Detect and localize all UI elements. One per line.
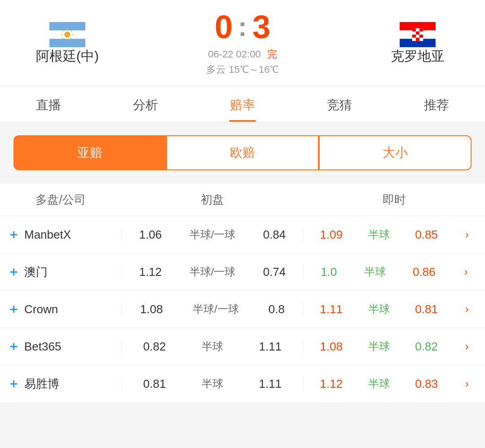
tab-predict[interactable]: 竞猜 — [291, 87, 388, 122]
initial-cell-4: 0.81 半球 1.11 — [121, 377, 303, 391]
live-left-0: 1.09 — [320, 228, 343, 242]
svg-rect-16 — [416, 28, 419, 31]
live-left-4: 1.12 — [320, 377, 343, 391]
subtab-euro[interactable]: 欧赔 — [166, 135, 319, 170]
live-left-2: 1.11 — [320, 302, 343, 316]
svg-rect-18 — [412, 31, 416, 35]
live-right-0: 0.85 — [415, 228, 438, 242]
subtab-asia[interactable]: 亚赔 — [13, 135, 166, 170]
live-left-1: 1.0 — [321, 265, 337, 279]
company-cell-4: ＋ 易胜博 — [0, 375, 121, 392]
company-cell-2: ＋ Crown — [0, 301, 121, 318]
init-right-1: 0.74 — [263, 265, 286, 279]
live-mid-0: 半球 — [368, 227, 390, 242]
svg-rect-15 — [412, 28, 416, 31]
arrow-icon-2[interactable]: › — [465, 303, 469, 315]
expand-icon-4[interactable]: ＋ — [7, 375, 20, 392]
live-right-3: 0.82 — [415, 340, 438, 354]
svg-rect-17 — [419, 28, 423, 31]
match-status: 完 — [267, 49, 277, 60]
croatia-flag — [400, 22, 436, 47]
initial-cell-2: 1.08 半球/一球 0.8 — [121, 302, 303, 316]
arrow-icon-3[interactable]: › — [465, 340, 469, 353]
odds-row-3[interactable]: ＋ Bet365 0.82 半球 1.11 1.08 半球 0.82 › — [0, 328, 485, 365]
company-cell-0: ＋ ManbetX — [0, 226, 121, 243]
company-cell-1: ＋ 澳门 — [0, 263, 121, 280]
init-left-2: 1.08 — [140, 302, 163, 316]
init-left-3: 0.82 — [143, 340, 166, 354]
match-header: 阿根廷(中) 0 : 3 06-22 02:00 完 多云 15℃～16℃ — [0, 0, 485, 86]
initial-cell-1: 1.12 半球/一球 0.74 — [121, 265, 303, 279]
arrow-icon-4[interactable]: › — [465, 377, 469, 390]
live-cell-0: 1.09 半球 0.85 › — [303, 227, 485, 242]
table-header: 多盘/公司 初盘 即时 — [0, 184, 485, 216]
expand-icon-2[interactable]: ＋ — [7, 301, 20, 318]
init-mid-2: 半球/一球 — [193, 302, 239, 316]
live-mid-2: 半球 — [368, 302, 390, 316]
odds-table: ＋ ManbetX 1.06 半球/一球 0.84 1.09 半球 0.85 ›… — [0, 216, 485, 402]
init-right-0: 0.84 — [263, 228, 286, 242]
score-left: 0 — [215, 11, 233, 43]
svg-rect-21 — [412, 35, 416, 38]
init-left-4: 0.81 — [143, 377, 166, 391]
expand-icon-0[interactable]: ＋ — [7, 226, 20, 243]
initial-cell-3: 0.82 半球 1.11 — [121, 339, 303, 354]
divider-2 — [0, 179, 485, 183]
tab-navigation: 直播 分析 赔率 竞猜 推荐 — [0, 87, 485, 123]
header-live: 即时 — [303, 192, 485, 208]
live-cell-4: 1.12 半球 0.83 › — [303, 377, 485, 391]
odds-row-1[interactable]: ＋ 澳门 1.12 半球/一球 0.74 1.0 半球 0.86 › — [0, 253, 485, 291]
arrow-icon-0[interactable]: › — [465, 228, 469, 241]
score-center: 0 : 3 06-22 02:00 完 多云 15℃～16℃ — [126, 11, 359, 76]
live-right-1: 0.86 — [413, 265, 436, 279]
company-cell-3: ＋ Bet365 — [0, 338, 121, 355]
initial-cell-0: 1.06 半球/一球 0.84 — [121, 227, 303, 242]
svg-rect-23 — [419, 35, 423, 38]
live-cell-2: 1.11 半球 0.81 › — [303, 302, 485, 316]
expand-icon-1[interactable]: ＋ — [7, 263, 20, 280]
init-left-1: 1.12 — [139, 265, 162, 279]
odds-row-0[interactable]: ＋ ManbetX 1.06 半球/一球 0.84 1.09 半球 0.85 › — [0, 216, 485, 253]
match-datetime: 06-22 02:00 完 — [208, 48, 277, 61]
init-right-4: 1.11 — [259, 377, 282, 391]
company-name-1: 澳门 — [24, 264, 48, 280]
company-name-0: ManbetX — [24, 228, 71, 242]
live-mid-4: 半球 — [368, 377, 390, 391]
live-left-3: 1.08 — [320, 340, 343, 354]
odds-row-2[interactable]: ＋ Crown 1.08 半球/一球 0.8 1.11 半球 0.81 › — [0, 291, 485, 328]
subtab-size[interactable]: 大小 — [319, 135, 472, 170]
live-mid-3: 半球 — [368, 339, 390, 354]
subtab-bar: 亚赔 欧赔 大小 — [0, 126, 485, 179]
live-mid-1: 半球 — [364, 265, 386, 279]
score-colon: : — [238, 13, 247, 40]
expand-icon-3[interactable]: ＋ — [7, 338, 20, 355]
init-mid-4: 半球 — [202, 377, 223, 391]
svg-rect-19 — [416, 31, 419, 35]
svg-point-2 — [65, 32, 70, 37]
arrow-icon-1[interactable]: › — [464, 266, 468, 278]
odds-row-4[interactable]: ＋ 易胜博 0.81 半球 1.11 1.12 半球 0.83 › — [0, 365, 485, 402]
init-mid-1: 半球/一球 — [190, 265, 236, 279]
argentina-flag — [49, 22, 85, 47]
header-company: 多盘/公司 — [0, 192, 121, 208]
tab-recommend[interactable]: 推荐 — [388, 87, 485, 122]
init-mid-3: 半球 — [202, 339, 223, 354]
team-left-name: 阿根廷(中) — [36, 47, 99, 66]
svg-rect-22 — [416, 35, 419, 38]
live-right-2: 0.81 — [415, 302, 438, 316]
svg-rect-20 — [419, 31, 423, 35]
company-name-2: Crown — [24, 302, 58, 316]
svg-rect-26 — [419, 38, 423, 41]
team-right-name: 克罗地亚 — [391, 47, 445, 66]
init-left-0: 1.06 — [139, 228, 162, 242]
live-right-4: 0.83 — [415, 377, 438, 391]
svg-rect-24 — [412, 38, 416, 41]
company-name-3: Bet365 — [24, 340, 61, 354]
tab-odds[interactable]: 赔率 — [194, 87, 291, 122]
score-right: 3 — [252, 11, 270, 43]
svg-rect-25 — [416, 38, 419, 41]
live-cell-3: 1.08 半球 0.82 › — [303, 339, 485, 354]
header-initial: 初盘 — [121, 192, 303, 208]
tab-analysis[interactable]: 分析 — [97, 87, 194, 122]
tab-live[interactable]: 直播 — [0, 87, 97, 122]
